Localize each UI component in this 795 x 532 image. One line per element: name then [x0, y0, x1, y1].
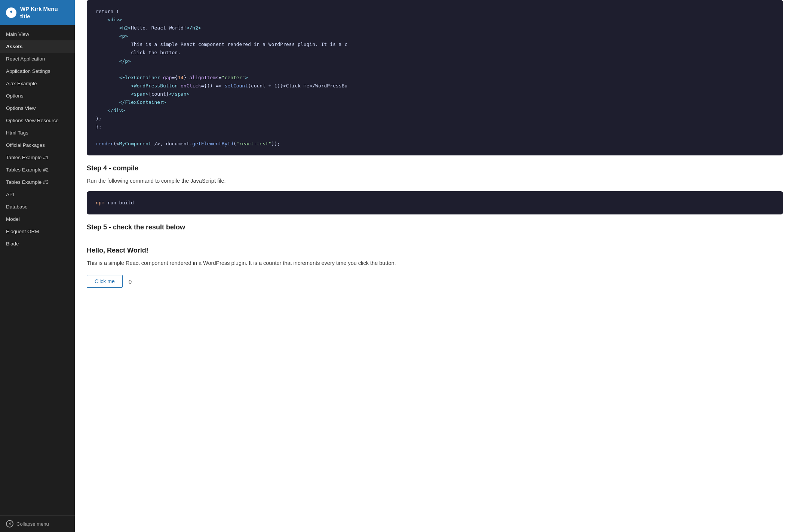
- sidebar-item-ajax-example[interactable]: Ajax Example: [0, 77, 75, 90]
- collapse-menu-label: Collapse menu: [16, 521, 49, 527]
- step4-heading: Step 4 - compile: [87, 164, 783, 172]
- code-block-npm: npm run build: [87, 191, 783, 214]
- sidebar-item-application-settings[interactable]: Application Settings: [0, 65, 75, 77]
- result-heading: Hello, React World!: [87, 247, 783, 254]
- svg-rect-1: [10, 13, 12, 15]
- sidebar-item-main-view[interactable]: Main View: [0, 28, 75, 40]
- sidebar-item-options[interactable]: Options: [0, 90, 75, 102]
- sidebar-item-official-packages[interactable]: Official Packages: [0, 139, 75, 151]
- sidebar-item-database[interactable]: Database: [0, 201, 75, 213]
- click-me-button[interactable]: Click me: [87, 275, 123, 288]
- sidebar-header: WP Kirk Menu title: [0, 0, 75, 25]
- sidebar-logo-icon: [6, 7, 16, 18]
- sidebar-item-options-view-resource[interactable]: Options View Resource: [0, 114, 75, 127]
- demo-row: Click me 0: [87, 275, 783, 288]
- sidebar-item-html-tags[interactable]: Html Tags: [0, 127, 75, 139]
- sidebar-title: WP Kirk Menu title: [20, 5, 69, 20]
- sidebar-item-react-application[interactable]: React Application: [0, 53, 75, 65]
- code-block-react: return ( <div> <h2>Hello, React World!</…: [87, 0, 783, 155]
- divider: [87, 239, 783, 239]
- sidebar-item-options-view[interactable]: Options View: [0, 102, 75, 114]
- counter-value: 0: [129, 278, 132, 285]
- step5-heading: Step 5 - check the result below: [87, 223, 783, 231]
- sidebar-item-blade[interactable]: Blade: [0, 238, 75, 250]
- sidebar-item-model[interactable]: Model: [0, 213, 75, 225]
- sidebar-item-tables-example-2[interactable]: Tables Example #2: [0, 164, 75, 176]
- svg-marker-3: [9, 522, 10, 525]
- sidebar-item-api[interactable]: API: [0, 188, 75, 201]
- sidebar: WP Kirk Menu title Main ViewAssetsReact …: [0, 0, 75, 532]
- sidebar-item-tables-example-1[interactable]: Tables Example #1: [0, 151, 75, 164]
- collapse-menu-button[interactable]: Collapse menu: [0, 515, 75, 532]
- result-text: This is a simple React component rendere…: [87, 259, 783, 267]
- sidebar-item-eloquent-orm[interactable]: Eloquent ORM: [0, 225, 75, 238]
- sidebar-item-tables-example-3[interactable]: Tables Example #3: [0, 176, 75, 188]
- content-area: return ( <div> <h2>Hello, React World!</…: [75, 0, 795, 532]
- sidebar-nav: Main ViewAssetsReact ApplicationApplicat…: [0, 25, 75, 515]
- sidebar-item-assets[interactable]: Assets: [0, 40, 75, 53]
- step4-text: Run the following command to compile the…: [87, 177, 783, 185]
- svg-point-2: [10, 10, 12, 12]
- main-content: return ( <div> <h2>Hello, React World!</…: [75, 0, 795, 532]
- collapse-icon: [6, 520, 13, 528]
